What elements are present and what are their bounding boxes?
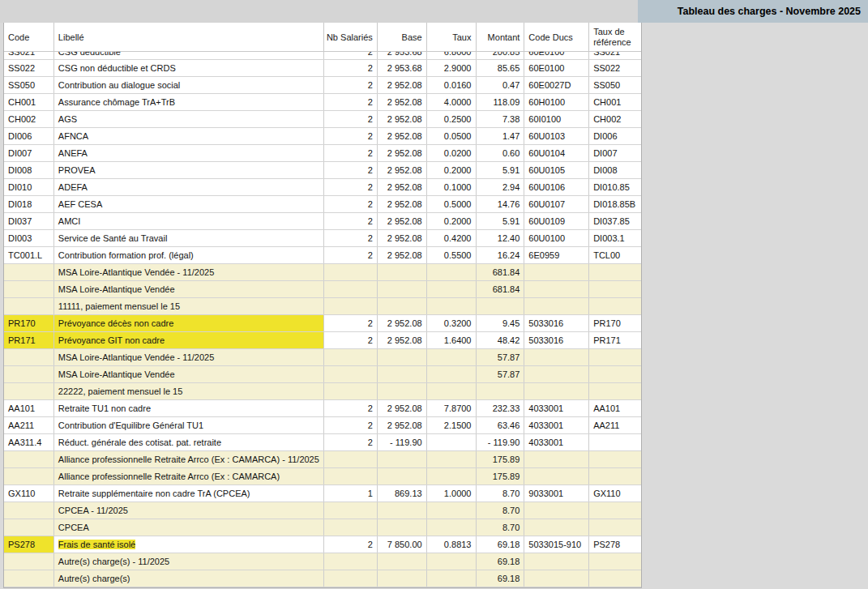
table-row-subtotal[interactable]: Autre(s) charge(s) - 11/202569.18 (4, 553, 641, 570)
table-row-subtotal[interactable]: Autre(s) charge(s)69.18 (4, 570, 641, 587)
cell-taux (427, 519, 477, 536)
cell-ducs: 60U0109 (524, 213, 589, 229)
cell-libelle-text: MSA Loire-Atlantique Vendée - 11/2025 (58, 352, 214, 362)
cell-base (378, 349, 427, 365)
cell-code (4, 383, 54, 399)
table-row-ss050[interactable]: SS050Contribution au dialogue social22 9… (4, 77, 641, 94)
title-bar-highlight: Tableau des charges - Novembre 2025 (638, 0, 868, 23)
cell-taux: 0.4200 (427, 230, 477, 246)
cell-base (378, 298, 427, 314)
cell-libelle-text: 22222, paiement mensuel le 15 (58, 386, 183, 396)
cell-libelle-text: Retraite supplémentaire non cadre TrA (C… (58, 489, 250, 498)
cell-ducs-text: 60E0100 (528, 52, 584, 59)
cell-ducs-text: 4033001 (528, 403, 563, 413)
table-row-subtotal[interactable]: Alliance professionnelle Retraite Arrco … (4, 451, 641, 468)
cell-libelle-text: Prévoyance GIT non cadre (58, 335, 165, 345)
cell-taux: 0.2000 (427, 162, 477, 178)
cell-montant: 69.18 (477, 570, 525, 587)
cell-ref: CH001 (589, 94, 641, 110)
table-row-pr171[interactable]: PR171Prévoyance GIT non cadre22 952.081.… (4, 332, 641, 349)
table-row-aa311-4[interactable]: AA311.4Réduct. générale des cotisat. pat… (4, 434, 641, 451)
table-row-tc001-l[interactable]: TC001.LContribution formation prof. (lég… (4, 247, 641, 264)
cell-montant: 681.84 (477, 264, 525, 280)
cell-taux-text: 6.8000 (431, 52, 472, 59)
cell-ducs: 60U0103 (524, 128, 589, 144)
cell-montant: 8.70 (477, 519, 525, 536)
cell-taux-text: 1.6400 (444, 335, 472, 345)
cell-montant-text: 9.45 (502, 318, 520, 328)
cell-taux-text: 0.2000 (444, 216, 472, 226)
page-title: Tableau des charges - Novembre 2025 (678, 6, 861, 17)
table-row-ps278[interactable]: PS278Frais de santé isolé27 850.000.8813… (4, 536, 641, 553)
cell-libelle: AEF CESA (54, 196, 324, 212)
cell-code-text: DI007 (8, 148, 32, 158)
cell-base: 2 952.08 (378, 145, 427, 161)
cell-taux (427, 553, 477, 570)
table-row-subtotal[interactable]: MSA Loire-Atlantique Vendée681.84 (4, 281, 641, 298)
cell-taux (427, 366, 477, 382)
cell-montant-text: 69.18 (498, 557, 520, 566)
table-row-subtotal[interactable]: Alliance professionnelle Retraite Arrco … (4, 468, 641, 485)
cell-ducs (524, 366, 589, 382)
table-row-di010[interactable]: DI010ADEFA22 952.080.10002.9460U0106DI01… (4, 179, 641, 196)
cell-nb (324, 366, 378, 382)
cell-libelle: PROVEA (54, 162, 324, 178)
cell-code (4, 349, 54, 365)
table-row-subtotal[interactable]: MSA Loire-Atlantique Vendée - 11/202557.… (4, 349, 641, 366)
cell-code (4, 553, 54, 570)
cell-code-text: PR171 (8, 335, 36, 345)
table-row-subtotal[interactable]: MSA Loire-Atlantique Vendée - 11/2025681… (4, 264, 641, 281)
cell-libelle-text: AEF CESA (58, 199, 102, 209)
cell-montant: 681.84 (477, 281, 525, 297)
table-row-di008[interactable]: DI008PROVEA22 952.080.20005.9160U0105DI0… (4, 162, 641, 179)
cell-ref-text: DI006 (593, 131, 617, 141)
table-row-di003[interactable]: DI003Service de Santé au Travail22 952.0… (4, 230, 641, 247)
cell-ref (589, 281, 641, 297)
table-row-di018[interactable]: DI018AEF CESA22 952.080.500014.7660U0107… (4, 196, 641, 213)
table-row-gx110[interactable]: GX110Retraite supplémentaire non cadre T… (4, 485, 641, 502)
table-header-row: Code Libellé Nb Salariés Base Taux Monta… (4, 23, 641, 52)
cell-montant: 8.70 (477, 485, 525, 502)
cell-libelle-text: 11111, paiement mensuel le 15 (58, 301, 180, 311)
cell-ducs: 60U0104 (524, 145, 589, 161)
table-row-di007[interactable]: DI007ANEFA22 952.080.02000.6060U0104DI00… (4, 145, 641, 162)
cell-montant-text: 57.87 (498, 369, 520, 379)
cell-ref: SS050 (589, 77, 641, 93)
cell-libelle: MSA Loire-Atlantique Vendée - 11/2025 (54, 349, 324, 365)
table-row-ch002[interactable]: CH002AGS22 952.080.25007.3860I0100CH002 (4, 111, 641, 128)
table-row-subtotal[interactable]: MSA Loire-Atlantique Vendée57.87 (4, 366, 641, 383)
cell-taux (427, 468, 477, 484)
cell-montant-text: 69.18 (498, 574, 520, 583)
table-row-pr170[interactable]: PR170Prévoyance décès non cadre22 952.08… (4, 315, 641, 332)
cell-nb: 2 (324, 111, 378, 127)
column-header-montant: Montant (477, 23, 525, 51)
cell-base: 2 952.08 (378, 247, 427, 263)
cell-ducs (524, 349, 589, 365)
table-row-aa101[interactable]: AA101Retraite TU1 non cadre22 952.087.87… (4, 400, 641, 417)
table-row-aa211[interactable]: AA211Contribution d'Equilibre Général TU… (4, 417, 641, 434)
table-row-subtotal[interactable]: CPCEA8.70 (4, 519, 641, 536)
cell-ref: DI006 (589, 128, 641, 144)
cell-ducs (524, 553, 589, 570)
column-header-base: Base (378, 23, 427, 51)
table-row-info[interactable]: 11111, paiement mensuel le 15 (4, 298, 641, 315)
table-row-subtotal[interactable]: CPCEA - 11/20258.70 (4, 502, 641, 519)
cell-ref: DI003.1 (589, 230, 641, 246)
table-row-ss021[interactable]: SS021CSG déductible22 953.686.8000200.85… (4, 52, 641, 60)
cell-ref (589, 468, 641, 484)
column-header-code-ducs-label: Code Ducs (528, 32, 572, 42)
table-row-di006[interactable]: DI006AFNCA22 952.080.05001.4760U0103DI00… (4, 128, 641, 145)
cell-ref (589, 519, 641, 536)
cell-nb: 2 (324, 179, 378, 195)
table-row-ss022[interactable]: SS022CSG non déductible et CRDS22 953.68… (4, 60, 641, 77)
cell-code-text: DI006 (8, 131, 32, 141)
table-row-ch001[interactable]: CH001Assurance chômage TrA+TrB22 952.084… (4, 94, 641, 111)
cell-ref-text: SS022 (593, 63, 620, 73)
cell-ducs-text: 60E0027D (528, 80, 571, 90)
cell-libelle: Retraite TU1 non cadre (54, 400, 324, 416)
cell-code-text: SS022 (8, 63, 35, 73)
table-row-info[interactable]: 22222, paiement mensuel le 15 (4, 383, 641, 400)
table-row-di037[interactable]: DI037AMCI22 952.080.20005.9160U0109DI037… (4, 213, 641, 230)
cell-nb: 2 (324, 162, 378, 178)
cell-montant: 48.42 (477, 332, 525, 348)
